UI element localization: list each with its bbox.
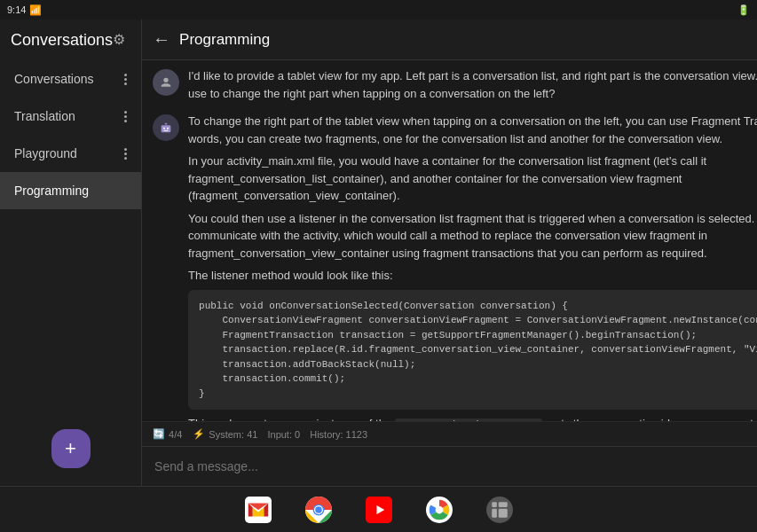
sidebar-item-programming[interactable]: Programming <box>0 172 141 209</box>
chat-title: Programming <box>179 31 270 49</box>
bottom-nav <box>0 486 757 532</box>
input-area <box>142 446 757 486</box>
status-bar: 9:14 📶 🔋 <box>0 0 757 20</box>
message-row: I'd like to provide a tablet view for my… <box>153 67 757 102</box>
sidebar-item-label: Programming <box>14 184 89 198</box>
svg-rect-28 <box>502 512 508 518</box>
status-right: 🔋 <box>737 4 750 16</box>
sidebar-item-label: Playground <box>14 146 77 160</box>
svg-rect-1 <box>162 125 171 132</box>
svg-point-18 <box>435 505 443 513</box>
svg-point-2 <box>163 128 165 129</box>
main-layout: Conversations ⚙ Conversations Translatio… <box>0 20 757 486</box>
svg-point-0 <box>163 78 168 82</box>
bot-avatar <box>153 114 179 141</box>
page-info: 🔄 4/4 <box>153 428 182 440</box>
back-button[interactable]: ← <box>153 29 170 50</box>
apps-nav-icon[interactable] <box>482 492 517 528</box>
message-input[interactable] <box>151 454 757 479</box>
code-block: public void onConversationSelected(Conve… <box>188 290 757 411</box>
gmail-nav-icon[interactable] <box>241 492 276 528</box>
svg-rect-20 <box>492 502 497 507</box>
svg-point-14 <box>315 506 322 513</box>
svg-rect-26 <box>492 512 497 518</box>
photos-nav-icon[interactable] <box>422 492 457 528</box>
messages-container[interactable]: I'd like to provide a tablet view for my… <box>142 60 757 421</box>
wifi-icon: 📶 <box>29 4 42 16</box>
svg-rect-22 <box>502 502 508 507</box>
sidebar-title: Conversations <box>11 31 113 50</box>
chat-header-left: ← Programming <box>153 29 270 50</box>
chrome-nav-icon[interactable] <box>301 492 336 528</box>
chat-area: ← Programming ℹ ⋮ I'd like to provide a … <box>142 20 757 486</box>
new-conversation-fab[interactable]: + <box>51 429 91 468</box>
bot-message: To change the right part of the tablet v… <box>188 113 757 421</box>
status-left: 9:14 📶 <box>7 4 42 16</box>
conversations-more-icon[interactable] <box>124 74 127 85</box>
sidebar-item-translation[interactable]: Translation <box>0 98 141 135</box>
youtube-nav-icon[interactable] <box>361 492 397 528</box>
fab-icon: + <box>65 437 76 460</box>
playground-more-icon[interactable] <box>124 148 127 160</box>
sidebar-item-label: Conversations <box>14 72 94 86</box>
translation-more-icon[interactable] <box>124 111 127 122</box>
settings-icon[interactable]: ⚙ <box>113 31 130 49</box>
sidebar-header: Conversations ⚙ <box>0 20 141 60</box>
sidebar-item-label: Translation <box>14 109 75 123</box>
sidebar-item-playground[interactable]: Playground <box>0 135 141 172</box>
after-code-text: This code creates a new instance of the … <box>188 415 757 421</box>
user-avatar <box>153 69 179 96</box>
system-info: ⚡ System: 41 Input: 0 History: 1123 <box>193 428 367 440</box>
chat-header: ← Programming ℹ ⋮ <box>142 20 757 60</box>
sidebar-item-conversations[interactable]: Conversations <box>0 60 141 98</box>
time: 9:14 <box>7 4 26 15</box>
user-message: I'd like to provide a tablet view for my… <box>188 67 757 102</box>
sidebar: Conversations ⚙ Conversations Translatio… <box>0 20 142 486</box>
message-row: To change the right part of the tablet v… <box>153 113 757 421</box>
sidebar-bottom: + <box>0 422 141 486</box>
battery-icon: 🔋 <box>737 4 750 16</box>
chat-status-bar: 🔄 4/4 ⚡ System: 41 Input: 0 History: 112… <box>142 421 757 446</box>
svg-point-3 <box>167 128 169 129</box>
